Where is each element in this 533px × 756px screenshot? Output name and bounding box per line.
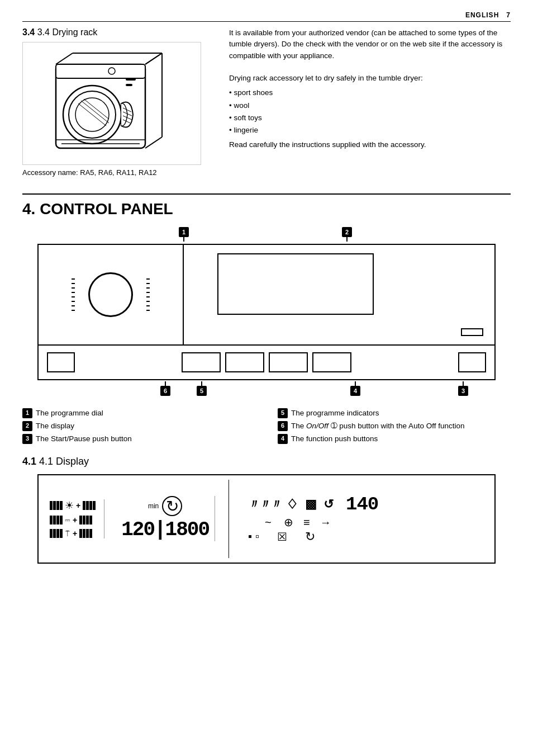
- badge-legend-5: 5: [278, 408, 288, 418]
- bar-icon-4: [79, 516, 92, 525]
- wave-icon: ~: [265, 516, 274, 528]
- heart-icon: ♢: [286, 497, 301, 512]
- sun-icon: ☀: [65, 499, 74, 512]
- accessory-label: Accessory name: RA5, RA6, RA11, RA12: [22, 168, 212, 177]
- badge-4: 4: [350, 386, 360, 396]
- vertical-divider: [229, 480, 229, 558]
- display-right-section: 〃〃〃 ♢ ▩ ↺ 140 ~ ⊕ ≡ → ▪▫ ☒ ↻: [242, 494, 483, 544]
- svg-rect-9: [126, 78, 136, 81]
- legend-item-6: 6 The On/Off ➀ push button with the Auto…: [278, 421, 511, 432]
- list-item: sport shoes: [229, 87, 511, 98]
- bar-icon-1: [50, 501, 63, 510]
- display-middle-section: min ↻ 120|1800: [116, 496, 215, 541]
- description2-text: Drying rack accessory let to dry safely …: [229, 73, 511, 84]
- bar-icon-6: [79, 529, 92, 538]
- iron-icon: ⎓: [65, 515, 70, 525]
- legend-text-5: The programme indicators: [291, 408, 379, 419]
- display-diagram: ☀ + ⎓ + ⍑ +: [37, 474, 496, 564]
- badge-legend-1: 1: [22, 408, 32, 418]
- small-indicator: [461, 328, 483, 336]
- badge-2: 2: [342, 227, 352, 237]
- lines-icon: ≡: [303, 516, 312, 528]
- section-4-title: 4. CONTROL PANEL: [22, 193, 511, 218]
- display-left-section: ☀ + ⎓ + ⍑ +: [50, 499, 104, 538]
- function-button-4[interactable]: [312, 352, 351, 372]
- legend-text-3: The Start/Pause push button: [36, 434, 132, 445]
- legend-item-3: 3 The Start/Pause push button: [22, 434, 255, 445]
- bar-icon-5: [50, 529, 63, 538]
- list-item: soft toys: [229, 112, 511, 124]
- drying-list: sport shoes wool soft toys lingerie: [229, 87, 511, 136]
- section-4: 4. CONTROL PANEL 1 2: [22, 193, 511, 564]
- time-display: 120|1800: [121, 518, 209, 541]
- section-41-title: 4.1 4.1 Display: [22, 456, 511, 467]
- screen-icon: ▩: [305, 497, 319, 512]
- badge-5: 5: [197, 386, 207, 396]
- badge-6: 6: [160, 386, 170, 396]
- badge-legend-6: 6: [278, 421, 288, 431]
- svg-rect-10: [126, 84, 132, 86]
- legend-item-2: 2 The display: [22, 421, 255, 432]
- badge-legend-4: 4: [278, 434, 288, 444]
- legend-text-2: The display: [36, 421, 74, 432]
- legend-text-6: The On/Off ➀ push button with the Auto O…: [291, 421, 464, 432]
- legend-text-1: The programme dial: [36, 408, 103, 419]
- display-box: [217, 253, 374, 315]
- function-button-1[interactable]: [182, 352, 221, 372]
- legend-item-1: 1 The programme dial: [22, 408, 255, 419]
- description-text: It is available from your authorized ven…: [229, 27, 511, 62]
- panel-box: [37, 244, 496, 380]
- start-pause-button[interactable]: [458, 352, 486, 372]
- programme-dial[interactable]: [88, 272, 133, 317]
- cycle-icon: ↻: [162, 496, 182, 516]
- badge-1: 1: [179, 227, 189, 237]
- button-bottom-left[interactable]: [47, 352, 75, 372]
- cycle2-icon: ↻: [305, 530, 318, 544]
- dryer-illustration: [22, 42, 201, 165]
- badge-legend-3: 3: [22, 434, 32, 444]
- steam-icon: 〃〃〃: [248, 496, 282, 513]
- dial-marks-left: [72, 278, 75, 311]
- legend-item-4: 4 The function push buttons: [278, 434, 511, 445]
- control-panel-diagram: 1 2: [37, 227, 496, 397]
- badge-legend-2: 2: [22, 421, 32, 431]
- rotate-icon: ↺: [323, 497, 336, 512]
- arrow-icon: →: [320, 516, 334, 528]
- svg-line-17: [145, 53, 162, 64]
- target-icon: ⊕: [284, 516, 296, 528]
- legend: 1 The programme dial 5 The programme ind…: [22, 408, 511, 445]
- page-header: ENGLISH 7: [22, 11, 511, 22]
- legend-item-5: 5 The programme indicators: [278, 408, 511, 419]
- list-item: lingerie: [229, 125, 511, 136]
- section-34-title: 3.4 3.4 Drying rack: [22, 27, 212, 37]
- dial-marks-right: [146, 278, 150, 311]
- svg-rect-1: [56, 64, 145, 78]
- legend-text-4: The function push buttons: [291, 434, 378, 445]
- svg-line-16: [56, 53, 73, 64]
- note-text: Read carefully the instructions supplied…: [229, 139, 511, 150]
- noise-icon: ▪▫: [248, 530, 263, 543]
- temp-display: 140: [346, 494, 378, 515]
- function-button-3[interactable]: [269, 352, 308, 372]
- list-item: wool: [229, 100, 511, 111]
- min-label: min: [148, 502, 159, 510]
- bar-icon-3: [50, 516, 63, 525]
- function-button-2[interactable]: [225, 352, 264, 372]
- svg-line-14: [145, 137, 162, 148]
- hanger-icon: ⍑: [65, 528, 70, 538]
- badge-3: 3: [458, 386, 468, 396]
- lock-icon: ☒: [277, 530, 291, 544]
- bar-icon-2: [83, 501, 96, 510]
